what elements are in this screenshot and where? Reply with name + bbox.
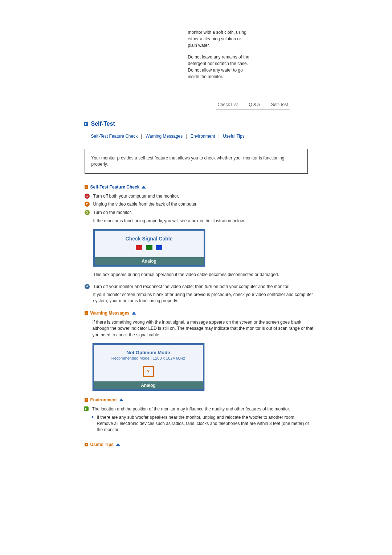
- warning-paragraph: If there is something wrong with the inp…: [84, 319, 315, 338]
- section-arrow-icon: [84, 122, 88, 126]
- link-environment[interactable]: Environment: [191, 134, 215, 139]
- osd-check-signal-footer: Analog: [95, 257, 204, 265]
- heading-feature-check-label: Self-Test Feature Check: [90, 185, 140, 190]
- bullet-arrow-icon: [85, 311, 88, 315]
- heading-useful-tips: Useful Tips: [85, 442, 315, 447]
- back-to-top-icon[interactable]: [132, 312, 136, 315]
- osd-red-square-icon: [136, 245, 142, 250]
- step-4-text: Turn off your monitor and reconnect the …: [93, 284, 290, 290]
- osd-check-signal-title: Check Signal Cable: [95, 231, 204, 245]
- heading-warning-messages: Warning Messages: [85, 311, 315, 316]
- osd-not-optimum-title: Not Optimum Mode: [94, 345, 203, 356]
- environment-sub-bullet: If there are any sub woofer speakers nea…: [97, 414, 315, 433]
- step-badge-1: 1: [85, 194, 90, 199]
- step-3-note: If the monitor is functioning properly, …: [85, 218, 315, 224]
- anchor-link-bar: Self-Test Feature Check | Warning Messag…: [91, 134, 315, 139]
- bullet-arrow-icon: [85, 443, 88, 446]
- link-useful-tips[interactable]: Useful Tips: [223, 134, 244, 139]
- bullet-arrow-icon: [85, 398, 88, 402]
- svg-marker-2: [86, 312, 87, 314]
- step-badge-2: 2: [85, 202, 90, 207]
- osd-check-signal: Check Signal Cable Analog: [93, 229, 205, 267]
- osd-blue-square-icon: [156, 245, 162, 250]
- environment-sub-line1: If there are any sub woofer speakers nea…: [97, 415, 296, 420]
- step-2-text: Unplug the video cable from the back of …: [93, 201, 198, 207]
- osd-green-square-icon: [146, 245, 152, 250]
- osd-question-mark-icon: ?: [143, 366, 154, 377]
- step-3-text: Turn on the monitor.: [93, 210, 132, 216]
- step-badge-4: 4: [85, 284, 90, 289]
- back-to-top-icon[interactable]: [142, 186, 146, 189]
- step-badge-3: 3: [85, 210, 90, 215]
- svg-marker-5: [86, 444, 87, 446]
- osd-not-optimum: Not Optimum Mode Recommended Mode : 1280…: [93, 343, 204, 391]
- osd-not-optimum-footer: Analog: [94, 381, 203, 389]
- subnav-check-list[interactable]: Check List: [217, 102, 238, 107]
- osd-not-optimum-sub: Recommended Mode : 1280 x 1024 60Hz: [94, 356, 203, 364]
- separator: |: [184, 134, 189, 139]
- section-title: Self-Test: [91, 121, 115, 127]
- svg-marker-3: [86, 399, 87, 401]
- heading-environment: Environment: [85, 397, 315, 402]
- svg-marker-4: [85, 408, 87, 410]
- step-1-text: Turn off both your computer and the moni…: [93, 193, 179, 199]
- heading-warning-messages-label: Warning Messages: [90, 311, 130, 316]
- sub-nav: Check List Q & A Self-Test: [216, 100, 289, 110]
- back-to-top-icon[interactable]: [116, 443, 120, 446]
- after-osd-note: This box appears during normal operation…: [85, 272, 315, 278]
- back-to-top-icon[interactable]: [119, 398, 123, 401]
- subnav-qa[interactable]: Q & A: [249, 102, 260, 107]
- osd-rgb-squares: [95, 245, 204, 257]
- svg-marker-1: [86, 186, 87, 188]
- heading-environment-label: Environment: [90, 397, 117, 402]
- intro-paragraph-1: monitor with a soft cloth, using either …: [188, 29, 250, 49]
- svg-marker-0: [85, 123, 87, 125]
- triangle-bullet-icon: [92, 416, 94, 418]
- separator: |: [139, 134, 144, 139]
- callout-box: Your monitor provides a self test featur…: [85, 149, 308, 174]
- environment-sub-line2: Remove all electronic devices such as ra…: [97, 421, 309, 432]
- bullet-arrow-icon: [85, 185, 88, 189]
- link-warning-messages[interactable]: Warning Messages: [146, 134, 183, 139]
- separator: |: [216, 134, 222, 139]
- heading-useful-tips-label: Useful Tips: [90, 442, 114, 447]
- intro-paragraph-2: Do not leave any remains of the detergen…: [188, 54, 250, 80]
- info-badge-icon: [84, 406, 89, 411]
- link-feature-check[interactable]: Self-Test Feature Check: [91, 134, 138, 139]
- step-4-note: If your monitor screen remains blank aft…: [85, 292, 315, 304]
- subnav-self-test[interactable]: Self-Test: [271, 102, 288, 107]
- heading-feature-check: Self-Test Feature Check: [85, 185, 315, 190]
- environment-bullet: The location and the position of the mon…: [92, 406, 290, 412]
